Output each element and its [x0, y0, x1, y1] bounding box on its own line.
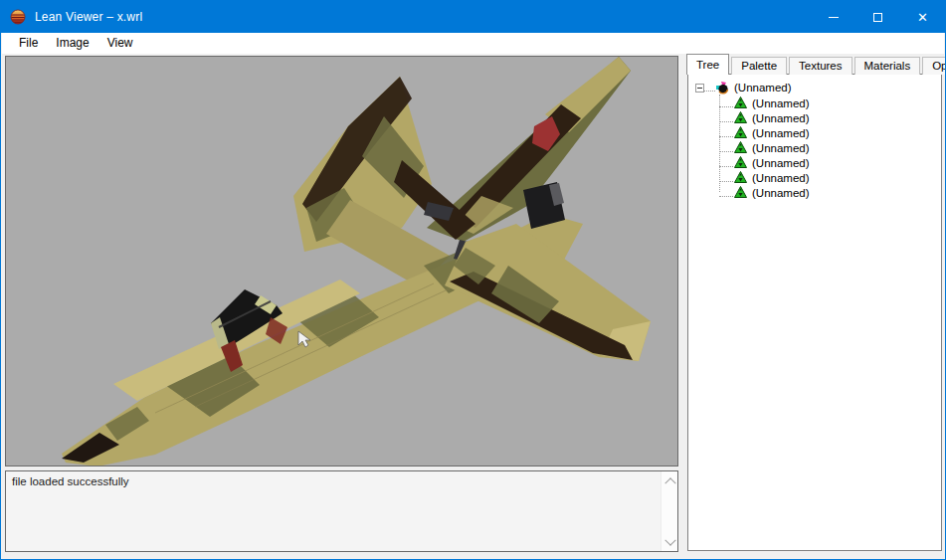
maximize-icon [873, 13, 882, 22]
tree-connector [719, 174, 733, 182]
log-panel: file loaded successfully [5, 470, 678, 552]
viewport-3d[interactable] [5, 56, 678, 467]
tree-node-label[interactable]: (Unnamed) [750, 127, 812, 139]
tree-connector [719, 144, 733, 152]
title-bar: Lean Viewer – x.wrl ✕ [1, 1, 945, 33]
collapse-icon[interactable] [695, 84, 704, 93]
tree-child-node[interactable]: (Unnamed) [688, 170, 941, 185]
tab-textures[interactable]: Textures [789, 57, 851, 75]
menu-file[interactable]: File [10, 33, 47, 54]
mesh-node-icon [734, 186, 747, 199]
close-button[interactable]: ✕ [900, 1, 945, 33]
mesh-node-icon [734, 141, 747, 154]
scene-tree-panel: (Unnamed) (Unnamed) (Unnamed) (Unnamed) [687, 74, 942, 551]
tree-child-node[interactable]: (Unnamed) [688, 125, 941, 140]
minimize-icon [829, 17, 839, 18]
menu-bar: File Image View [2, 33, 944, 54]
tab-materials-label: Materials [864, 60, 911, 72]
tree-connector [719, 189, 733, 197]
mesh-node-icon [734, 156, 747, 169]
tree-connector [719, 159, 733, 167]
tree-connector-line [719, 94, 720, 192]
tab-tree[interactable]: Tree [686, 54, 729, 75]
tab-materials[interactable]: Materials [854, 57, 921, 75]
maximize-button[interactable] [855, 1, 900, 33]
tab-palette[interactable]: Palette [731, 57, 787, 75]
mesh-node-icon [734, 96, 747, 109]
tab-strip: Tree Palette Textures Materials Options [686, 54, 946, 75]
tree-node-label[interactable]: (Unnamed) [732, 82, 794, 93]
tree-child-node[interactable]: (Unnamed) [688, 140, 941, 155]
tree-root-node[interactable]: (Unnamed) [688, 80, 941, 95]
tab-textures-label: Textures [799, 60, 842, 72]
tab-palette-label: Palette [741, 60, 777, 72]
scene-root-icon [716, 82, 729, 94]
tab-options-label: Options [932, 60, 946, 72]
mesh-node-icon [734, 111, 747, 124]
tree-connector [719, 129, 733, 137]
tree-node-label[interactable]: (Unnamed) [750, 142, 812, 154]
minimize-button[interactable] [811, 1, 855, 33]
tree-node-label[interactable]: (Unnamed) [750, 97, 812, 109]
jet-model [6, 57, 677, 466]
scroll-down-icon[interactable] [662, 534, 678, 551]
tree-child-node[interactable]: (Unnamed) [688, 110, 941, 125]
log-scrollbar[interactable] [661, 471, 677, 551]
close-icon: ✕ [917, 11, 928, 24]
log-message: file loaded successfully [12, 475, 129, 487]
tab-tree-label: Tree [696, 59, 719, 71]
tab-options[interactable]: Options [922, 57, 946, 75]
tree-node-label[interactable]: (Unnamed) [750, 172, 812, 184]
tree-child-node[interactable]: (Unnamed) [688, 185, 941, 200]
tree-node-label[interactable]: (Unnamed) [750, 157, 812, 169]
tree-node-label[interactable]: (Unnamed) [750, 187, 812, 199]
tree-connector [704, 84, 715, 92]
tree-node-label[interactable]: (Unnamed) [750, 112, 812, 124]
mesh-node-icon [734, 171, 747, 184]
tree-child-node[interactable]: (Unnamed) [688, 155, 941, 170]
tree-connector [719, 114, 733, 122]
scroll-up-icon[interactable] [662, 471, 678, 488]
app-window: Lean Viewer – x.wrl ✕ File Image View [0, 0, 946, 560]
app-icon [10, 9, 26, 25]
menu-image[interactable]: Image [47, 33, 97, 54]
menu-view[interactable]: View [98, 33, 142, 54]
window-title: Lean Viewer – x.wrl [35, 10, 142, 24]
mesh-node-icon [734, 126, 747, 139]
tree-connector [719, 99, 733, 107]
tree-child-node[interactable]: (Unnamed) [688, 95, 941, 110]
